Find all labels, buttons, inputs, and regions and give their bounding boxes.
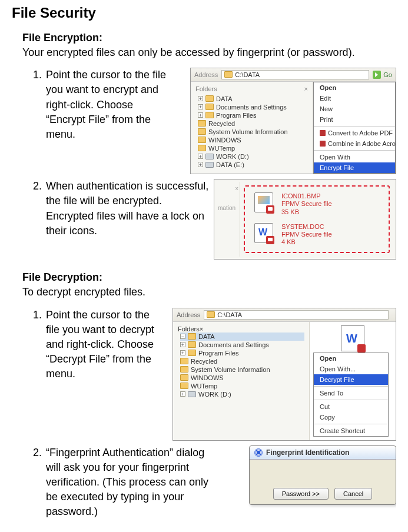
menu-open[interactable]: Open bbox=[314, 82, 395, 93]
lock-icon bbox=[357, 344, 366, 353]
decryption-section: File Decryption: To decrypt encrypted fi… bbox=[22, 271, 396, 524]
tree-item[interactable]: +WORK (D:) bbox=[198, 152, 308, 161]
menu-copy[interactable]: Copy bbox=[314, 412, 388, 423]
password-button[interactable]: Password >> bbox=[273, 488, 329, 500]
folders-pane-label: Folders bbox=[178, 325, 200, 332]
menu-new[interactable]: New bbox=[314, 104, 395, 114]
encryption-section: File Encryption: Your encrypted files ca… bbox=[22, 32, 396, 260]
tree-item[interactable]: +Documents and Settings bbox=[180, 341, 304, 349]
step-item: 2.When authentication is successful, the… bbox=[33, 179, 210, 238]
encryption-desc: Your encrypted files can only be accesse… bbox=[22, 45, 396, 59]
address-label: Address bbox=[194, 71, 218, 78]
dialog-title: Fingerprint Identification bbox=[266, 448, 349, 457]
folder-icon bbox=[224, 71, 233, 78]
page-title: File Security bbox=[12, 5, 396, 21]
step-item: 1.Point the cursor to the file you want … bbox=[33, 68, 168, 142]
close-icon[interactable]: × bbox=[200, 325, 203, 332]
menu-encrypt-file[interactable]: Encrypt File bbox=[314, 162, 395, 173]
decryption-desc: To decrypt encrypted files. bbox=[22, 285, 396, 299]
tree-item[interactable]: WUTemp bbox=[180, 382, 304, 390]
tree-item[interactable]: +WORK (D:) bbox=[180, 390, 304, 398]
close-icon[interactable]: × bbox=[304, 85, 308, 92]
menu-cut[interactable]: Cut bbox=[314, 401, 388, 412]
go-label[interactable]: Go bbox=[383, 71, 392, 78]
folders-pane-label: Folders bbox=[195, 85, 217, 92]
address-path: C:\DATA bbox=[235, 71, 260, 78]
decryption-heading: File Decryption: bbox=[22, 271, 396, 284]
tree-item[interactable]: System Volume Information bbox=[180, 365, 304, 374]
tree-item[interactable]: +Program Files bbox=[198, 111, 308, 119]
folder-icon bbox=[207, 311, 215, 318]
fingerprint-dialog: Fingerprint Identification Password >> C… bbox=[249, 445, 396, 505]
tree-item[interactable]: System Volume Information bbox=[198, 128, 308, 136]
file-info: ICON01.BMP FPMV Secure file 35 KB bbox=[281, 192, 332, 216]
tree-item[interactable]: +DATA bbox=[198, 95, 308, 103]
step-item: 1.Point the cursor to the file you want … bbox=[33, 308, 158, 382]
go-icon[interactable] bbox=[373, 71, 381, 79]
menu-open[interactable]: Open bbox=[314, 353, 388, 364]
bmp-file-icon[interactable] bbox=[254, 192, 273, 212]
tree-item[interactable]: WINDOWS bbox=[180, 374, 304, 382]
menu-decrypt-file[interactable]: Decrypt File bbox=[314, 374, 388, 385]
tree-item[interactable]: WUTemp bbox=[198, 144, 308, 152]
lock-icon bbox=[266, 236, 274, 244]
close-icon[interactable]: × bbox=[235, 185, 238, 192]
tree-item[interactable]: Recycled bbox=[198, 119, 308, 128]
menu-edit[interactable]: Edit bbox=[314, 93, 395, 104]
menu-open-with[interactable]: Open With bbox=[314, 152, 395, 162]
menu-print[interactable]: Print bbox=[314, 114, 395, 125]
decrypt-explorer-screenshot: Address C:\DATA Folders× −DATA +Document… bbox=[173, 308, 396, 441]
encrypt-explorer-screenshot: Address C:\DATA Go Folders× +DATA +Docum… bbox=[190, 68, 396, 174]
menu-open-with[interactable]: Open With... bbox=[314, 364, 388, 374]
tree-item[interactable]: +Program Files bbox=[180, 349, 304, 357]
menu-create-shortcut[interactable]: Create Shortcut bbox=[314, 425, 388, 436]
doc-file-icon[interactable] bbox=[254, 223, 273, 243]
lock-icon bbox=[266, 205, 274, 214]
menu-send-to[interactable]: Send To bbox=[314, 388, 388, 398]
menu-combine-acrobat[interactable]: Combine in Adobe Acrobat... bbox=[314, 138, 395, 149]
context-menu-encrypt: Open Edit New Print Convert to Adobe PDF… bbox=[313, 82, 396, 174]
step-item: 2.“Fingerprint Authentication” dialog wi… bbox=[33, 445, 210, 520]
address-path: C:\DATA bbox=[217, 311, 242, 318]
file-info: SYSTEM.DOC FPMV Secure file 4 KB bbox=[281, 223, 332, 247]
tree-item[interactable]: WINDOWS bbox=[198, 136, 308, 144]
menu-convert-pdf[interactable]: Convert to Adobe PDF bbox=[314, 128, 395, 138]
encrypted-files-screenshot: ×mation ICON01.BMP FPMV Secure file 35 K… bbox=[214, 179, 396, 260]
doc-file-icon[interactable] bbox=[341, 325, 364, 351]
address-label: Address bbox=[177, 311, 200, 318]
context-menu-decrypt: Open Open With... Decrypt File Send To C… bbox=[313, 353, 389, 437]
pdf-icon bbox=[320, 141, 326, 147]
tree-item[interactable]: Recycled bbox=[180, 357, 304, 365]
tree-item[interactable]: +DATA (E:) bbox=[198, 161, 308, 169]
fingerprint-icon bbox=[254, 448, 263, 457]
tree-item[interactable]: +Documents and Settings bbox=[198, 103, 308, 111]
encryption-heading: File Encryption: bbox=[22, 32, 396, 44]
tree-item[interactable]: −DATA bbox=[180, 332, 304, 341]
pdf-icon bbox=[320, 130, 326, 136]
cancel-button[interactable]: Cancel bbox=[334, 488, 372, 500]
